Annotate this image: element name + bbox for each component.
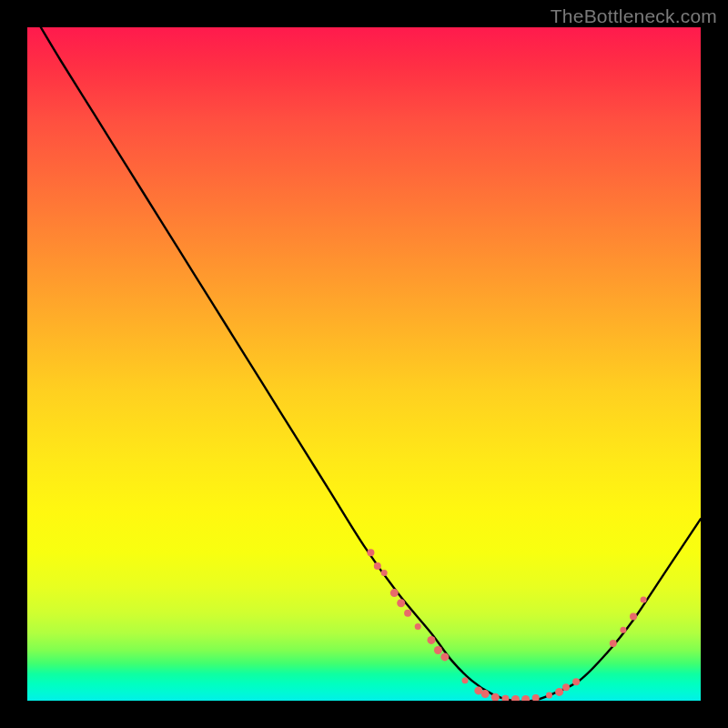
watermark-text: TheBottleneck.com bbox=[551, 5, 717, 27]
chart-container: TheBottleneck.com bbox=[0, 0, 728, 728]
plot-area bbox=[27, 27, 701, 701]
